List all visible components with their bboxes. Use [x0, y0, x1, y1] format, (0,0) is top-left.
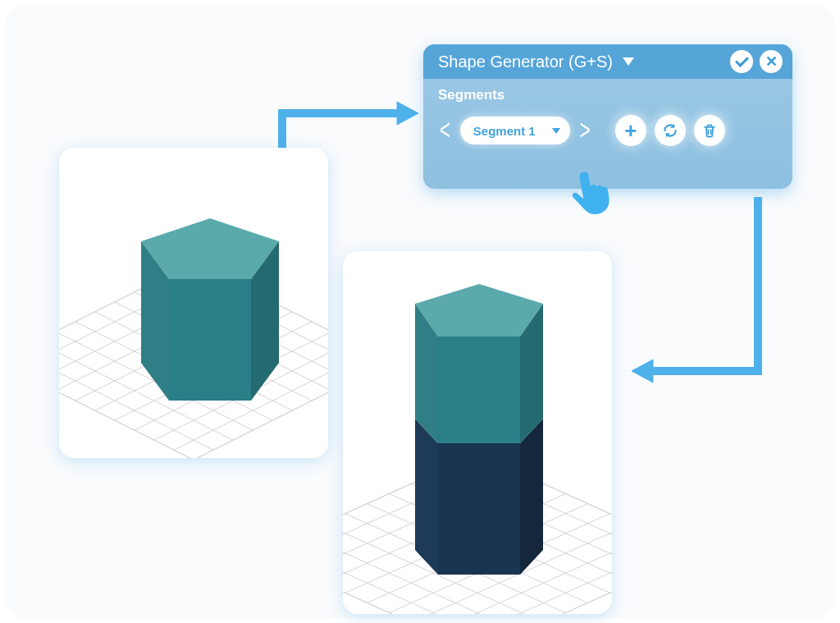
svg-marker-54 [520, 419, 543, 575]
svg-marker-56 [438, 337, 520, 443]
segment-dropdown-value: Segment 1 [473, 124, 536, 138]
svg-marker-1 [632, 360, 653, 383]
prev-segment-button[interactable]: < [438, 113, 452, 148]
scene-before [59, 148, 328, 458]
confirm-button[interactable] [730, 50, 753, 73]
next-segment-button[interactable]: > [578, 113, 592, 148]
diagram-stage: Shape Generator (G+S) ✕ Segments < Segme… [5, 5, 835, 618]
viewport-before [59, 148, 328, 458]
shape-segment-1 [141, 218, 279, 401]
svg-marker-52 [438, 443, 520, 575]
svg-marker-26 [169, 279, 251, 401]
svg-marker-55 [415, 284, 543, 337]
delete-segment-button[interactable] [694, 115, 725, 146]
segment-dropdown[interactable]: Segment 1 [460, 117, 570, 144]
panel-title: Shape Generator (G+S) [438, 53, 613, 71]
cursor-hand-icon [564, 162, 624, 222]
segments-label: Segments [438, 87, 778, 103]
svg-marker-53 [415, 419, 438, 575]
viewport-after [343, 251, 612, 614]
collapse-icon[interactable] [623, 57, 634, 66]
refresh-segment-button[interactable] [655, 115, 686, 146]
add-segment-button[interactable]: + [615, 115, 646, 146]
scene-after [343, 251, 612, 614]
trash-icon [701, 122, 718, 139]
shape-segment-1-top [415, 284, 543, 443]
segment-selector-row: < Segment 1 > + [438, 115, 778, 146]
refresh-icon [662, 122, 678, 139]
flow-arrow-to-result [628, 192, 776, 389]
close-button[interactable]: ✕ [760, 50, 783, 73]
panel-header[interactable]: Shape Generator (G+S) ✕ [423, 44, 792, 79]
svg-marker-0 [397, 102, 418, 125]
